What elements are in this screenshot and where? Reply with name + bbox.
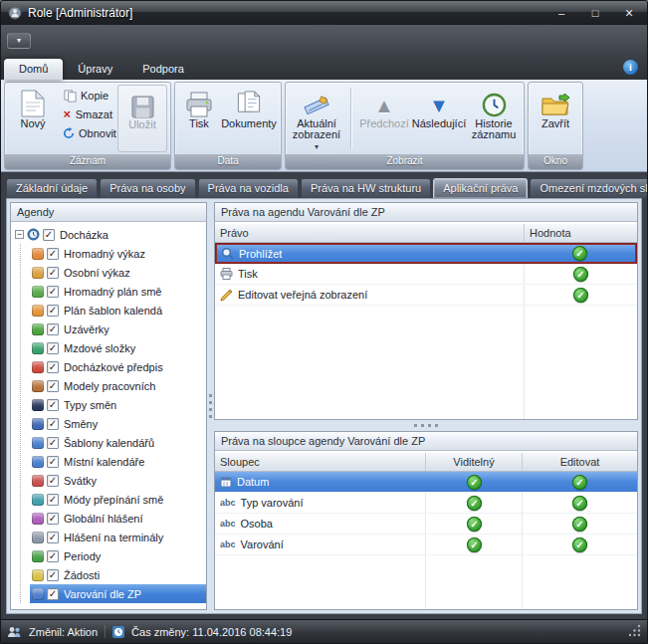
column-header-hodnota[interactable]: Hodnota — [525, 224, 637, 242]
maximize-button[interactable]: □ — [581, 4, 609, 22]
text-column-icon: abc — [220, 498, 236, 508]
visible-check-icon[interactable]: ✓ — [467, 496, 482, 511]
info-icon[interactable]: i — [623, 60, 638, 75]
agenda-checkbox[interactable]: ✓ — [47, 267, 59, 279]
editable-check-icon[interactable]: ✓ — [572, 496, 587, 511]
tab-zakladni-udaje[interactable]: Základní údaje — [6, 178, 98, 198]
collapse-icon[interactable]: − — [15, 230, 24, 239]
tree-item[interactable]: ✓Plán šablon kalendá — [30, 301, 206, 320]
tree-item[interactable]: ✓Docházkové předpis — [30, 357, 206, 376]
agenda-checkbox[interactable]: ✓ — [47, 323, 59, 335]
tree-item[interactable]: ✓Hlášení na terminály — [30, 528, 206, 546]
quick-access-dropdown-icon[interactable]: ▾ — [7, 33, 31, 49]
tree-item[interactable]: ✓Typy směn — [30, 395, 206, 414]
tree-item[interactable]: ✓Hromadný plán smě — [30, 282, 206, 301]
ribbon-tab-podpora[interactable]: Podpora — [127, 59, 199, 80]
next-button[interactable]: ▼ Následující — [411, 85, 467, 152]
tree-item[interactable]: ✓Místní kalendáře — [30, 452, 206, 471]
tree-item[interactable]: ✓Globální hlášení — [30, 509, 206, 528]
agenda-checkbox[interactable]: ✓ — [47, 248, 59, 260]
ribbon-tab-domu[interactable]: Domů — [4, 59, 63, 80]
agenda-checkbox[interactable]: ✓ — [47, 361, 59, 373]
agenda-checkbox[interactable]: ✓ — [47, 456, 59, 468]
save-button-label: Uložit — [128, 119, 156, 130]
agenda-checkbox[interactable]: ✓ — [47, 494, 59, 506]
editable-check-icon[interactable]: ✓ — [572, 537, 587, 552]
table-row-prohlizet[interactable]: Prohlížet ✓ — [215, 243, 637, 264]
tree-item[interactable]: ✓Šablony kalendářů — [30, 433, 206, 452]
column-header-pravo[interactable]: Právo — [215, 224, 525, 242]
agenda-checkbox[interactable]: ✓ — [47, 437, 59, 449]
documents-button[interactable]: Dokumenty — [220, 85, 278, 152]
tab-prava-na-osoby[interactable]: Práva na osoby — [100, 178, 195, 198]
restore-button[interactable]: Obnovit — [60, 125, 115, 141]
tab-aplikacni-prava[interactable]: Aplikační práva — [433, 178, 528, 198]
previous-button[interactable]: ▲ Předchozí — [357, 85, 411, 152]
tree-item[interactable]: ✓Uzávěrky — [30, 320, 206, 338]
save-button[interactable]: Uložit — [117, 85, 167, 152]
visible-check-icon[interactable]: ✓ — [467, 475, 482, 490]
tree-root[interactable]: − ✓ Docházka — [15, 225, 206, 244]
tree-item[interactable]: ✓Směny — [30, 414, 206, 433]
tree-item[interactable]: ✓Svátky — [30, 471, 206, 490]
tree-item-selected[interactable]: ✓Varování dle ZP — [30, 584, 206, 603]
current-view-icon — [303, 88, 330, 117]
agenda-checkbox[interactable]: ✓ — [47, 588, 59, 600]
column-header-viditelny[interactable]: Viditelný — [426, 453, 523, 471]
table-row-varovani[interactable]: abcVarování ✓ ✓ — [215, 535, 637, 555]
table-row-tisk[interactable]: Tisk ✓ — [215, 264, 637, 285]
agenda-checkbox[interactable]: ✓ — [47, 418, 59, 430]
agenda-checkbox[interactable]: ✓ — [47, 532, 59, 543]
close-button[interactable]: × — [615, 4, 643, 22]
agenda-checkbox[interactable]: ✓ — [47, 380, 59, 392]
print-button[interactable]: Tisk — [178, 85, 220, 152]
delete-button[interactable]: × Smazat — [60, 107, 115, 122]
editable-check-icon[interactable]: ✓ — [572, 475, 587, 490]
agenda-checkbox[interactable]: ✓ — [47, 513, 59, 525]
table-row-typ-varovani[interactable]: abcTyp varování ✓ ✓ — [215, 493, 637, 514]
agenda-checkbox[interactable]: ✓ — [47, 569, 59, 581]
table-row-osoba[interactable]: abcOsoba ✓ ✓ — [215, 514, 637, 535]
tree-item[interactable]: ✓Módy přepínání smě — [30, 490, 206, 509]
ribbon-tab-upravy[interactable]: Úpravy — [63, 59, 127, 80]
tree-item[interactable]: ✓Hromadný výkaz — [30, 244, 206, 263]
tree-item[interactable]: ✓Mzdové složky — [30, 338, 206, 357]
resize-grip[interactable] — [628, 624, 641, 639]
agenda-icon — [32, 418, 44, 430]
close-window-button[interactable]: Zavřít — [532, 85, 579, 152]
agenda-checkbox[interactable]: ✓ — [47, 305, 59, 317]
vertical-splitter[interactable] — [207, 202, 214, 610]
tree-item[interactable]: ✓Osobní výkaz — [30, 263, 206, 282]
new-document-icon — [21, 88, 45, 117]
column-header-editovat[interactable]: Editovat — [523, 453, 637, 471]
editable-check-icon[interactable]: ✓ — [572, 517, 587, 532]
tab-omezeni-mzdovych-slozek[interactable]: Omezení mzdových složek — [530, 178, 648, 198]
copy-button[interactable]: Kopie — [60, 88, 115, 104]
horizontal-splitter[interactable] — [214, 420, 638, 431]
tab-prava-na-vozidla[interactable]: Práva na vozidla — [198, 178, 299, 198]
current-view-button[interactable]: Aktuální zobrazení ▾ — [289, 85, 344, 152]
granted-check-icon[interactable]: ✓ — [572, 246, 587, 261]
column-header-sloupec[interactable]: Sloupec — [215, 453, 426, 471]
agenda-checkbox[interactable]: ✓ — [47, 475, 59, 487]
tree-item[interactable]: ✓Žádosti — [30, 565, 206, 584]
root-checkbox[interactable]: ✓ — [43, 229, 55, 241]
new-button[interactable]: Nový — [8, 85, 58, 152]
agenda-checkbox[interactable]: ✓ — [47, 550, 59, 562]
table-row-editovat[interactable]: Editovat veřejná zobrazení ✓ — [215, 285, 637, 306]
granted-check-icon[interactable]: ✓ — [573, 267, 588, 282]
visible-check-icon[interactable]: ✓ — [467, 537, 482, 552]
ribbon-top: ▾ Domů Úpravy Podpora i — [1, 25, 647, 80]
tree-item[interactable]: ✓Modely pracovních — [30, 376, 206, 395]
minimize-button[interactable]: – — [547, 4, 575, 22]
table-row-datum[interactable]: Datum ✓ ✓ — [215, 472, 637, 493]
history-button[interactable]: Historie záznamu — [467, 85, 521, 152]
agenda-checkbox[interactable]: ✓ — [47, 399, 59, 411]
visible-check-icon[interactable]: ✓ — [467, 517, 482, 532]
granted-check-icon[interactable]: ✓ — [573, 288, 588, 303]
tree-item[interactable]: ✓Periody — [30, 546, 206, 565]
agenda-checkbox[interactable]: ✓ — [47, 342, 59, 354]
delete-button-label: Smazat — [76, 108, 112, 120]
tab-prava-na-hw-strukturu[interactable]: Práva na HW strukturu — [301, 178, 431, 198]
agenda-checkbox[interactable]: ✓ — [47, 286, 59, 298]
